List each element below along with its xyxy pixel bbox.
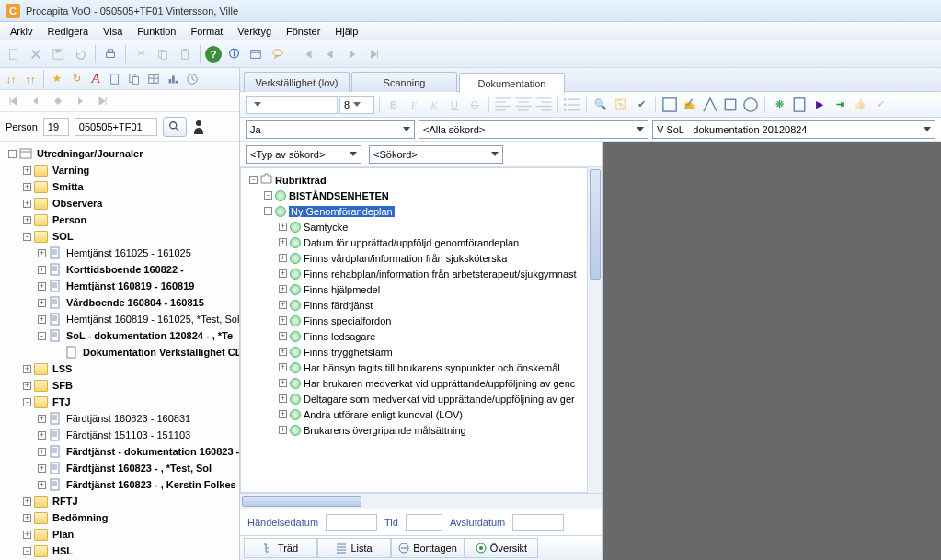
tree-row[interactable]: +Bedömning (6, 509, 239, 526)
align-right-icon[interactable] (534, 96, 553, 114)
find-icon[interactable]: 🔍 (591, 96, 610, 114)
strike-icon[interactable]: G (465, 96, 484, 114)
btab-lista[interactable]: Lista (317, 538, 391, 558)
paste-icon[interactable] (175, 44, 195, 64)
tree-row[interactable]: -HSL (6, 543, 239, 559)
person-num-input[interactable] (43, 118, 69, 136)
expand-icon[interactable]: + (23, 183, 31, 191)
nav-next-icon[interactable] (72, 93, 88, 109)
tool3-icon[interactable] (701, 96, 719, 114)
clock-icon[interactable] (183, 70, 201, 88)
tree-row[interactable]: +Varning (6, 162, 239, 178)
tree-row[interactable]: +Färdtjänst 151103 - 151103 (6, 427, 239, 443)
expand-icon[interactable]: + (38, 249, 46, 257)
search-button[interactable] (163, 117, 187, 137)
tree-row[interactable]: +Hemtjänst 160819 - 160819 (6, 278, 239, 294)
check-icon[interactable]: ✔ (871, 96, 889, 114)
expand-icon[interactable]: + (279, 238, 287, 246)
expand-icon[interactable]: - (249, 176, 258, 184)
rubrik-row[interactable]: +Datum för upprättad/uppföljd genomföran… (247, 234, 585, 250)
tree-row[interactable]: -SoL - dokumentation 120824 - , *Te (6, 327, 239, 344)
save-icon[interactable] (48, 44, 68, 64)
expand-icon[interactable]: + (38, 448, 46, 456)
help-icon[interactable]: ? (205, 46, 222, 63)
expand-icon[interactable]: + (23, 200, 31, 208)
prev-icon[interactable] (320, 44, 340, 64)
rubrik-row[interactable]: +Finns hjälpmedel (247, 281, 585, 297)
tree-row[interactable]: +Hemtjänst 161025 - 161025 (6, 245, 239, 261)
rubrik-row[interactable]: +Samtycke (247, 219, 585, 234)
expand-icon[interactable]: + (23, 365, 31, 373)
tool2-icon[interactable]: ✍ (681, 96, 699, 114)
info-icon[interactable]: ⓘ (224, 44, 244, 64)
rubrik-row[interactable]: +Finns ledsagare (247, 328, 585, 344)
tree-row[interactable]: +Vårdboende 160804 - 160815 (6, 294, 239, 311)
expand-icon[interactable]: + (279, 301, 287, 309)
approve-icon[interactable]: 👍 (851, 96, 869, 114)
play-icon[interactable]: ▶ (810, 96, 829, 114)
tree-row[interactable]: Dokumentation Verkställighet CD (6, 344, 239, 360)
window-icon[interactable] (246, 44, 266, 64)
tree-row[interactable]: +RFTJ (6, 493, 239, 509)
font-family-combo[interactable] (246, 96, 338, 114)
rubrik-row[interactable]: +Deltagare som medverkat vid upprättande… (247, 391, 585, 406)
vsol-combo[interactable]: V SoL - dokumentation 20120824- (652, 120, 935, 139)
tab-scanning[interactable]: Scanning (351, 72, 457, 92)
rubrik-row[interactable]: +Finns färdtjänst (247, 297, 585, 313)
next-icon[interactable] (342, 44, 362, 64)
menu-hjalp[interactable]: Hjälp (328, 24, 364, 39)
speech-icon[interactable] (268, 44, 288, 64)
tree-row[interactable]: +Färdtjänst - dokumentation 160823 - (6, 443, 239, 460)
expand-icon[interactable]: - (23, 547, 31, 555)
expand-icon[interactable]: + (279, 426, 287, 434)
expand-icon[interactable]: + (38, 415, 46, 423)
tool1-icon[interactable] (660, 96, 679, 114)
tree-row[interactable]: -FTJ (6, 394, 239, 410)
expand-icon[interactable]: + (279, 348, 287, 356)
underline-icon[interactable]: U (445, 96, 464, 114)
expand-icon[interactable]: - (264, 207, 272, 215)
menu-arkiv[interactable]: Arkiv (4, 24, 39, 39)
tree-row[interactable]: +Färdtjänst 160823 - , *Test, Sol (6, 460, 239, 476)
expand-icon[interactable]: + (38, 282, 46, 291)
tree-row[interactable]: +Person (6, 211, 239, 228)
cut-icon[interactable]: ✂ (131, 44, 151, 64)
expand-icon[interactable]: - (23, 233, 31, 241)
expand-icon[interactable]: + (279, 254, 287, 262)
horizontal-scrollbar[interactable] (240, 493, 602, 509)
font-size-combo[interactable]: 8 (339, 96, 374, 114)
tree-row[interactable]: +Färdtjänst 160823 - , Kerstin Folkes (6, 476, 239, 493)
print-icon[interactable] (100, 44, 120, 64)
nav-last-icon[interactable] (94, 93, 110, 109)
align-left-icon[interactable] (494, 96, 512, 114)
expand-icon[interactable]: - (23, 398, 31, 406)
star-icon[interactable]: ★ (48, 70, 66, 88)
expand-icon[interactable]: + (23, 531, 31, 539)
tree-row[interactable]: -SOL (6, 228, 239, 245)
typ-av-sokord-combo[interactable]: <Typ av sökord> (246, 145, 361, 164)
italic-icon[interactable]: F (405, 96, 423, 114)
menu-funktion[interactable]: Funktion (131, 24, 182, 39)
delete-icon[interactable] (26, 44, 46, 64)
rubrik-row[interactable]: +Har brukaren medverkat vid upprättande/… (247, 375, 585, 391)
undo-icon[interactable] (70, 44, 90, 64)
bold-icon[interactable]: B (384, 96, 403, 114)
menu-verktyg[interactable]: Verktyg (231, 24, 278, 39)
btab-trad[interactable]: Träd (244, 538, 317, 558)
tree-row[interactable]: +Smitta (6, 178, 239, 195)
tree-row[interactable]: +Plan (6, 526, 239, 543)
expand-icon[interactable]: + (279, 410, 287, 418)
tree-row[interactable]: +LSS (6, 360, 239, 377)
doc1-icon[interactable] (106, 70, 124, 88)
menu-format[interactable]: Format (185, 24, 230, 39)
expand-icon[interactable]: + (279, 316, 287, 325)
rubrik-row[interactable]: +Finns rehabplan/information från arbets… (247, 266, 585, 281)
tool-sort-icon[interactable]: ↑↑ (21, 70, 40, 88)
expand-icon[interactable]: + (23, 166, 31, 175)
expand-icon[interactable]: + (279, 394, 287, 403)
tree-row[interactable]: +SFB (6, 377, 239, 394)
rubrik-row[interactable]: +Finns specialfordon (247, 313, 585, 328)
rubrik-row[interactable]: -Ny Genomförandeplan (247, 203, 585, 219)
copy-icon[interactable] (153, 44, 173, 64)
expand-icon[interactable]: + (38, 266, 46, 274)
